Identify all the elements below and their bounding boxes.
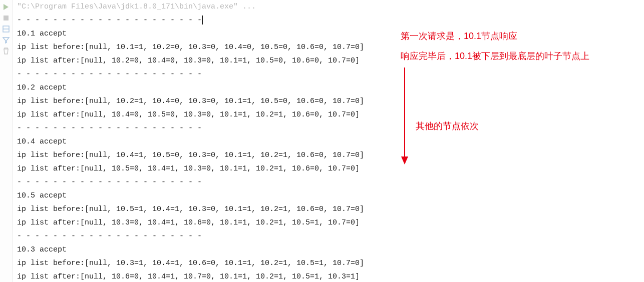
console-line: - - - - - - - - - - - - - - - - - - - - … [17,14,644,27]
text-cursor [202,16,203,24]
layout-icon[interactable] [2,25,10,33]
console-line: 10.3 accept [17,243,644,256]
console-line: ip list after:[null, 10.3=0, 10.4=1, 10.… [17,216,644,230]
annotation-note-1: 第一次请求是，10.1节点响应 [401,26,631,46]
console-line: ip list before:[null, 10.5=1, 10.4=1, 10… [17,202,644,216]
console-line: ip list before:[null, 10.3=1, 10.4=1, 10… [17,256,644,270]
stop-icon[interactable] [2,14,10,22]
console-line: ip list after:[null, 10.5=0, 10.4=1, 10.… [17,162,644,176]
console-line: - - - - - - - - - - - - - - - - - - - - … [17,176,644,189]
annotation-note-2: 响应完毕后，10.1被下层到最底层的叶子节点上 [401,46,631,66]
command-text: "C:\Program Files\Java\jdk1.8.0_171\bin\… [17,2,256,11]
console-gutter [0,0,13,282]
svg-marker-3 [401,156,408,164]
console-line: ip list before:[null, 10.4=1, 10.5=0, 10… [17,148,644,162]
page-root: "C:\Program Files\Java\jdk1.8.0_171\bin\… [0,0,644,282]
svg-rect-0 [4,16,9,20]
console-line: ip list after:[null, 10.6=0, 10.4=1, 10.… [17,270,644,282]
console-line: 10.4 accept [17,135,644,148]
annotations: 第一次请求是，10.1节点响应 响应完毕后，10.1被下层到最底层的叶子节点上 … [401,26,631,136]
filter-icon[interactable] [2,36,10,44]
trash-icon[interactable] [2,47,10,55]
rerun-icon[interactable] [2,3,10,11]
annotation-note-3: 其他的节点依次 [416,116,631,136]
console-line: - - - - - - - - - - - - - - - - - - - - … [17,230,644,243]
command-line: "C:\Program Files\Java\jdk1.8.0_171\bin\… [17,0,644,14]
console-line: 10.5 accept [17,189,644,202]
